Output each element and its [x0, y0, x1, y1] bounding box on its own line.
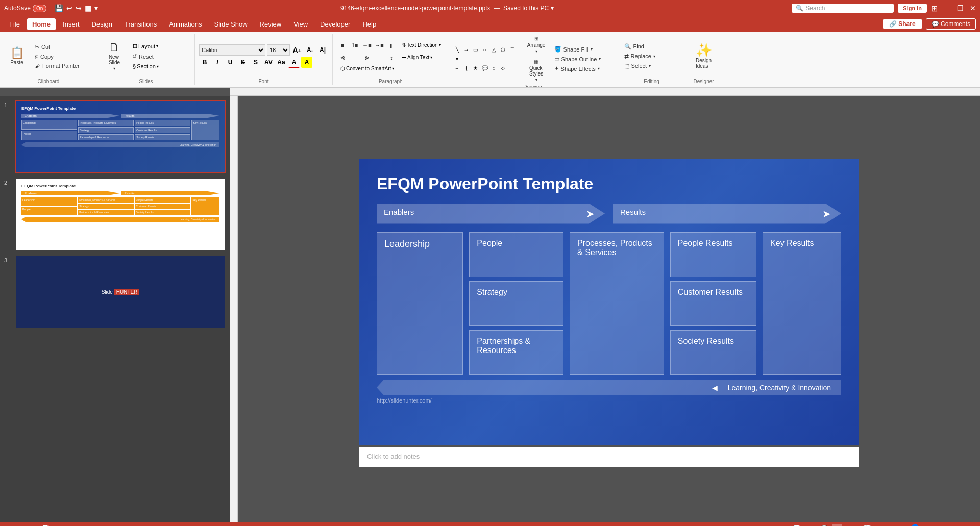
leadership-box[interactable]: Leadership: [377, 232, 463, 375]
menu-home[interactable]: Home: [27, 18, 56, 30]
select-button[interactable]: ⬚ Select ▾: [621, 62, 682, 70]
shrink-font-button[interactable]: A-: [304, 44, 315, 56]
slide-title[interactable]: EFQM PowerPoint Template: [377, 174, 841, 193]
connector-shape[interactable]: ⌒: [508, 46, 517, 54]
people-box[interactable]: People: [469, 232, 564, 277]
align-right-button[interactable]: ⫸: [361, 52, 373, 63]
slide-thumbnail-2[interactable]: 2 EFQM PowerPoint Template Enablers Resu…: [4, 178, 226, 251]
italic-button[interactable]: I: [212, 57, 223, 68]
menu-review[interactable]: Review: [255, 18, 287, 30]
slide-thumb-img-3[interactable]: Slide HUNTER: [15, 255, 226, 329]
menu-animations[interactable]: Animations: [164, 18, 207, 30]
shape-fill-button[interactable]: 🪣 Shape Fill ▾: [551, 45, 612, 54]
people-results-box[interactable]: People Results: [670, 232, 756, 277]
decrease-indent-button[interactable]: ←≡: [361, 40, 373, 51]
undo-icon[interactable]: ↩: [66, 4, 72, 12]
customize-icon[interactable]: ▾: [94, 4, 98, 12]
menu-design[interactable]: Design: [87, 18, 117, 30]
autosave-toggle[interactable]: On: [33, 5, 46, 12]
curve-shape[interactable]: ⌣: [453, 64, 461, 72]
restore-button[interactable]: ❐: [957, 4, 964, 12]
menu-transitions[interactable]: Transitions: [119, 18, 162, 30]
present-icon[interactable]: ▦: [85, 4, 91, 12]
menu-help[interactable]: Help: [357, 18, 381, 30]
slide-thumbnail-3[interactable]: 3 Slide HUNTER: [4, 255, 226, 329]
format-painter-button[interactable]: 🖌 Format Painter: [32, 62, 93, 70]
font-size-select[interactable]: 18: [267, 44, 290, 56]
cut-button[interactable]: ✂ Cut: [32, 43, 93, 52]
redo-icon[interactable]: ↪: [76, 4, 82, 12]
rect-shape[interactable]: ▭: [472, 46, 480, 54]
quick-styles-button[interactable]: ▦ Quick Styles ▾: [524, 57, 549, 84]
justify-button[interactable]: ≣: [374, 52, 385, 63]
more-shapes[interactable]: ▾: [453, 55, 461, 63]
menu-view[interactable]: View: [288, 18, 313, 30]
shadow-button[interactable]: S: [250, 57, 261, 68]
section-button[interactable]: § Section ▾: [129, 62, 190, 71]
find-button[interactable]: 🔍 Find: [621, 42, 682, 51]
minimize-button[interactable]: —: [944, 4, 951, 12]
circle-shape[interactable]: ○: [481, 46, 489, 54]
font-family-select[interactable]: Calibri: [199, 44, 265, 56]
display-settings-icon[interactable]: ⊞: [931, 4, 938, 13]
callout-shape[interactable]: 💬: [481, 64, 489, 72]
star-shape[interactable]: ★: [472, 64, 480, 72]
menu-developer[interactable]: Developer: [315, 18, 355, 30]
strikethrough-button[interactable]: S: [237, 57, 249, 68]
align-text-button[interactable]: ☰ Align Text ▾: [398, 53, 436, 62]
key-results-box[interactable]: Key Results: [763, 232, 841, 375]
shape-outline-button[interactable]: ▭ Shape Outline ▾: [551, 55, 612, 63]
reset-button[interactable]: ↺ Reset: [129, 52, 190, 61]
spacing-button[interactable]: AV: [263, 57, 274, 68]
comments-button[interactable]: 💬 Comments: [926, 18, 976, 30]
partnerships-box[interactable]: Partnerships & Resources: [469, 330, 564, 375]
save-icon[interactable]: 💾: [55, 4, 63, 12]
line-shape[interactable]: ╲: [453, 46, 461, 54]
zoom-in-button[interactable]: +: [944, 524, 948, 527]
font-color-button[interactable]: A: [288, 57, 300, 68]
increase-indent-button[interactable]: →≡: [374, 40, 385, 51]
menu-insert[interactable]: Insert: [58, 18, 85, 30]
bold-button[interactable]: B: [199, 57, 210, 68]
align-left-button[interactable]: ⫷: [337, 52, 348, 63]
replace-button[interactable]: ⇄ Replace ▾: [621, 52, 682, 61]
bullets-button[interactable]: ≡: [337, 40, 348, 51]
convert-smartart-button[interactable]: ⬡ Convert to SmartArt ▾: [337, 64, 398, 73]
new-slide-button[interactable]: 🗋 NewSlide ▾: [102, 40, 127, 73]
clear-format-button[interactable]: A|: [317, 44, 328, 56]
grow-font-button[interactable]: A+: [291, 44, 303, 56]
slide-thumbnail-1[interactable]: 1 EFQM PowerPoint Template Enablers Resu…: [4, 100, 226, 173]
underline-button[interactable]: U: [225, 57, 236, 68]
processes-box[interactable]: Processes, Products & Services: [570, 232, 664, 375]
customer-results-box[interactable]: Customer Results: [670, 281, 756, 326]
triangle-shape[interactable]: △: [490, 46, 498, 54]
highlight-button[interactable]: A: [301, 57, 312, 68]
slide-sorter-button[interactable]: ⊞: [846, 524, 856, 526]
flow-shape[interactable]: ◇: [499, 64, 507, 72]
copy-button[interactable]: ⎘ Copy: [32, 53, 93, 61]
design-ideas-button[interactable]: ✨ Design Ideas: [691, 41, 717, 71]
text-direction-button[interactable]: ⇅ Text Direction ▾: [398, 41, 445, 49]
pentagon-shape[interactable]: ⬠: [499, 46, 507, 54]
zoom-out-button[interactable]: −: [891, 524, 895, 527]
reading-view-button[interactable]: 📖: [861, 524, 873, 526]
signin-button[interactable]: Sign in: [898, 4, 927, 13]
dropdown-arrow[interactable]: ▾: [551, 5, 554, 12]
slide-thumb-img-2[interactable]: EFQM PowerPoint Template Enablers Result…: [15, 178, 226, 251]
search-bar[interactable]: 🔍 Search: [792, 4, 894, 13]
case-button[interactable]: Aa: [276, 57, 287, 68]
paste-button[interactable]: 📋 Paste: [4, 45, 30, 67]
numbering-button[interactable]: 1≡: [349, 40, 360, 51]
arrange-button[interactable]: ⊞ Arrange ▾: [524, 34, 549, 56]
normal-view-button[interactable]: ⊟: [832, 524, 842, 526]
columns-button[interactable]: ⫿: [386, 40, 397, 51]
main-slide[interactable]: EFQM PowerPoint Template Enablers ➤ Resu…: [359, 159, 859, 445]
menu-slideshow[interactable]: Slide Show: [209, 18, 252, 30]
arrow-shape[interactable]: →: [462, 46, 471, 54]
layout-button[interactable]: ⊞ Layout ▾: [129, 41, 190, 51]
banner-shape[interactable]: ⌂: [490, 64, 498, 72]
slide-thumb-img-1[interactable]: EFQM PowerPoint Template Enablers Result…: [15, 100, 226, 173]
brace-shape[interactable]: {: [462, 64, 471, 72]
align-center-button[interactable]: ≡: [349, 52, 360, 63]
close-button[interactable]: ✕: [970, 4, 976, 12]
